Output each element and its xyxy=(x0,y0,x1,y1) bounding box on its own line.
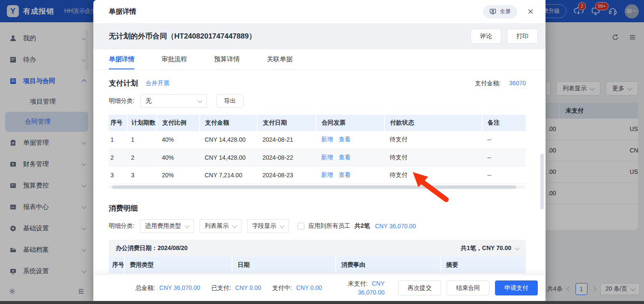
col-no: 序号 xyxy=(109,257,124,273)
cell-no: 3 xyxy=(109,166,128,184)
cell-amount: CNY 7,214.00 xyxy=(200,166,257,184)
cell-date: 2024-08-21 xyxy=(257,131,316,149)
document-actions: 评论 打印 xyxy=(471,29,538,44)
table-row[interactable]: 3 3 20% CNY 7,214.00 2024-08-23 新增查看 待支付… xyxy=(109,166,526,184)
export-button[interactable]: 导出 xyxy=(216,94,244,108)
cell-ratio: 20% xyxy=(157,166,200,184)
invoice-add-link[interactable]: 新增 xyxy=(321,171,333,178)
modal-footer: 总金额: CNY 36,070.00 已支付: CNY 0.00 支付中: CN… xyxy=(93,274,546,301)
detail-class-label: 明细分类: xyxy=(109,97,134,105)
cell-remark: -- xyxy=(482,149,526,166)
cell-period: 3 xyxy=(128,166,157,184)
cell-no: 1 xyxy=(109,131,128,149)
pay-amount-label: 支付金额: xyxy=(475,80,501,86)
fullscreen-label: 全屏 xyxy=(500,8,511,15)
tab-budget-detail[interactable]: 预算详情 xyxy=(214,49,240,69)
field-display-value: 字段显示 xyxy=(252,222,276,230)
list-view-select[interactable]: 列表展示 xyxy=(200,219,242,233)
cell-period: 2 xyxy=(128,149,157,166)
request-payment-button[interactable]: 申请支付 xyxy=(495,280,538,295)
table-row[interactable]: 1 1 40% CNY 14,428.00 2024-08-21 新增查看 待支… xyxy=(109,131,526,149)
cell-amount: CNY 14,428.00 xyxy=(200,149,257,166)
chevron-down-icon xyxy=(232,223,237,228)
resubmit-button[interactable]: 再次提交 xyxy=(398,280,441,295)
col-date: 日期 xyxy=(232,257,336,273)
chevron-down-icon xyxy=(515,245,519,250)
expense-type-select[interactable]: 适用费用类型 xyxy=(140,219,194,233)
detail-class-label: 明细分类: xyxy=(109,222,134,230)
end-contract-button[interactable]: 结束合同 xyxy=(447,280,489,295)
payment-plan-header: 支付计划 合并开票 支付金额: 36070 xyxy=(109,78,526,88)
consumption-title: 消费明细 xyxy=(109,203,138,213)
comment-button[interactable]: 评论 xyxy=(471,29,501,44)
group-label: 办公消费日期：2024/08/20 xyxy=(116,244,188,252)
consumption-count: 共2笔 xyxy=(355,222,370,230)
unpaid-amount-label: 未支付: xyxy=(348,280,368,287)
print-button[interactable]: 打印 xyxy=(507,29,538,44)
horizontal-scrollbar[interactable] xyxy=(109,185,526,189)
cell-ratio: 40% xyxy=(157,149,200,166)
paid-amount: 已支付: CNY 0.00 xyxy=(212,284,261,292)
tab-approval-flow[interactable]: 审批流程 xyxy=(161,49,187,69)
consumption-header: 消费明细 xyxy=(109,203,526,213)
cell-date: 2024-08-23 xyxy=(257,166,316,184)
tab-related-docs[interactable]: 关联单据 xyxy=(267,49,292,69)
apply-all-label: 应用到所有员工 xyxy=(308,222,350,230)
cell-status: 待支付 xyxy=(385,131,482,149)
payment-filter-row: 明细分类: 无 导出 xyxy=(109,94,526,108)
merge-invoice-link[interactable]: 合并开票 xyxy=(146,80,170,87)
field-display-select[interactable]: 字段显示 xyxy=(247,219,289,233)
cell-period: 1 xyxy=(128,131,157,149)
cell-amount: CNY 14,428.00 xyxy=(200,131,257,149)
fullscreen-button[interactable]: 全屏 xyxy=(483,5,517,18)
chevron-down-icon xyxy=(185,223,189,228)
col-amount: 支付金额 xyxy=(200,115,257,131)
close-icon[interactable]: × xyxy=(528,6,534,17)
cell-status: 待支付 xyxy=(385,149,482,166)
consumption-total[interactable]: CNY 36,070.00 xyxy=(375,223,416,229)
paying-amount: 支付中: CNY 0.00 xyxy=(272,284,322,292)
chevron-down-icon xyxy=(197,98,202,103)
consumption-table: 序号 费用类型 日期 消费事由 摘要 xyxy=(109,257,526,273)
unpaid-amount: 未支付: CNY 36,070.00 xyxy=(333,279,385,297)
col-expense-type: 费用类型 xyxy=(124,257,232,273)
consumption-table-header: 序号 费用类型 日期 消费事由 摘要 xyxy=(109,257,526,273)
detail-class-value: 无 xyxy=(146,97,152,105)
col-invoice: 合同发票 xyxy=(316,115,385,131)
invoice-view-link[interactable]: 查看 xyxy=(339,136,351,143)
modal-tabs: 单据详情 审批流程 预算详情 关联单据 xyxy=(93,49,546,70)
invoice-view-link[interactable]: 查看 xyxy=(339,154,351,161)
group-summary-text: 共1笔，CNY 70.00 xyxy=(461,244,511,252)
tab-detail[interactable]: 单据详情 xyxy=(109,49,134,69)
col-reason: 消费事由 xyxy=(336,257,441,273)
horizontal-scrollbar-thumb[interactable] xyxy=(112,185,516,189)
vertical-scrollbar[interactable] xyxy=(540,154,544,209)
expense-type-value: 适用费用类型 xyxy=(145,222,181,230)
paying-amount-label: 支付中: xyxy=(272,284,292,291)
invoice-add-link[interactable]: 新增 xyxy=(321,154,333,161)
cell-date: 2024-08-22 xyxy=(257,149,316,166)
cell-ratio: 40% xyxy=(157,131,200,149)
total-amount-value: CNY 36,070.00 xyxy=(159,284,200,291)
chevron-down-icon xyxy=(280,223,284,228)
modal-header: 单据详情 全屏 × xyxy=(93,0,546,23)
payment-table-header: 序号 计划期数 支付比例 支付金额 支付日期 合同发票 付款状态 备注 xyxy=(109,115,526,131)
footer-buttons: 再次提交 结束合同 申请支付 xyxy=(398,280,538,295)
fullscreen-icon xyxy=(489,8,496,15)
pay-amount-value[interactable]: 36070 xyxy=(509,80,526,86)
invoice-view-link[interactable]: 查看 xyxy=(339,171,351,178)
cell-no: 2 xyxy=(109,149,128,166)
col-no: 序号 xyxy=(109,115,128,131)
total-amount-label: 总金额: xyxy=(135,284,155,291)
table-row[interactable]: 2 2 40% CNY 14,428.00 2024-08-22 新增查看 待支… xyxy=(109,149,526,166)
document-detail-modal: 单据详情 全屏 × 无计划的外币合同（HT2408201747447889） 评… xyxy=(93,0,546,301)
consumption-group-bar[interactable]: 办公消费日期：2024/08/20 共1笔，CNY 70.00 xyxy=(109,240,526,257)
invoice-add-link[interactable]: 新增 xyxy=(321,136,333,143)
apply-all-checkbox[interactable] xyxy=(298,223,304,229)
total-amount: 总金额: CNY 36,070.00 xyxy=(135,284,200,292)
detail-class-select[interactable]: 无 xyxy=(140,94,207,108)
consumption-controls: 明细分类: 适用费用类型 列表展示 字段显示 应用到所有员工 共2笔 CNY 3… xyxy=(109,219,526,233)
col-summary: 摘要 xyxy=(441,257,526,273)
cell-remark: -- xyxy=(482,131,526,149)
col-remark: 备注 xyxy=(482,115,526,131)
